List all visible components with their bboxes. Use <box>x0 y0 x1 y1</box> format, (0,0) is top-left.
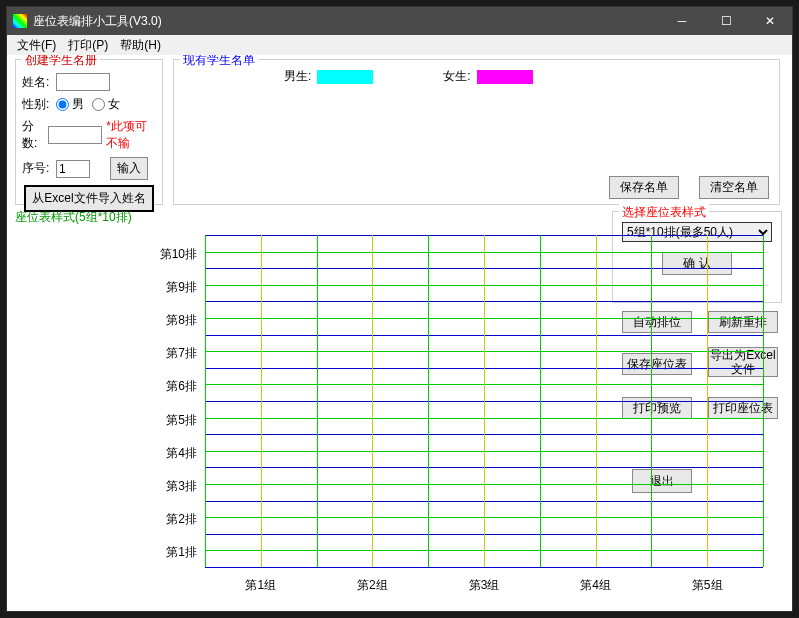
create-roster-box: 创建学生名册 姓名: 性别: 男 女 分数: *此项可不输 序号: 输入 <box>15 59 163 205</box>
close-button[interactable]: ✕ <box>748 7 792 35</box>
menu-help[interactable]: 帮助(H) <box>114 35 167 56</box>
row-label: 第8排 <box>157 312 197 329</box>
menu-file[interactable]: 文件(F) <box>11 35 62 56</box>
name-input[interactable] <box>56 73 110 91</box>
gender-label: 性别: <box>22 96 56 113</box>
row-label: 第7排 <box>157 345 197 362</box>
enter-button[interactable]: 输入 <box>110 157 148 180</box>
row-label: 第10排 <box>157 246 197 263</box>
row-label: 第9排 <box>157 279 197 296</box>
import-excel-button[interactable]: 从Excel文件导入姓名 <box>24 185 153 212</box>
score-input[interactable] <box>48 126 102 144</box>
layout-style-label: 座位表样式(5组*10排) <box>15 209 132 226</box>
row-label: 第2排 <box>157 511 197 528</box>
score-label: 分数: <box>22 118 48 152</box>
seq-label: 序号: <box>22 160 56 177</box>
col-label: 第1组 <box>241 577 281 594</box>
male-color-swatch <box>317 70 373 84</box>
row-label: 第6排 <box>157 378 197 395</box>
maximize-button[interactable]: ☐ <box>704 7 748 35</box>
menu-print[interactable]: 打印(P) <box>62 35 114 56</box>
radio-female-label: 女 <box>108 96 120 113</box>
female-legend-label: 女生: <box>443 68 470 85</box>
save-list-button[interactable]: 保存名单 <box>609 176 679 199</box>
radio-male-label: 男 <box>72 96 84 113</box>
existing-list-title: 现有学生名单 <box>180 55 258 69</box>
window-title: 座位表编排小工具(V3.0) <box>33 13 660 30</box>
seq-input[interactable] <box>56 160 90 178</box>
row-label: 第4排 <box>157 445 197 462</box>
female-color-swatch <box>477 70 533 84</box>
col-label: 第4组 <box>576 577 616 594</box>
style-select-title: 选择座位表样式 <box>619 204 709 221</box>
radio-female[interactable] <box>92 98 105 111</box>
legend-row: 男生: 女生: <box>284 68 634 85</box>
row-label: 第1排 <box>157 544 197 561</box>
minimize-button[interactable]: ─ <box>660 7 704 35</box>
radio-male[interactable] <box>56 98 69 111</box>
seating-chart: 第10排第9排第8排第7排第6排第5排第4排第3排第2排第1排 第1组第2组第3… <box>15 225 785 605</box>
col-label: 第5组 <box>687 577 727 594</box>
row-label: 第5排 <box>157 412 197 429</box>
existing-list-box: 现有学生名单 男生: 女生: 保存名单 清空名单 <box>173 59 780 205</box>
app-icon <box>13 14 27 28</box>
male-legend-label: 男生: <box>284 68 311 85</box>
score-hint: *此项可不输 <box>106 118 156 152</box>
row-label: 第3排 <box>157 478 197 495</box>
create-roster-title: 创建学生名册 <box>22 55 100 69</box>
col-label: 第3组 <box>464 577 504 594</box>
col-label: 第2组 <box>352 577 392 594</box>
name-label: 姓名: <box>22 74 56 91</box>
clear-list-button[interactable]: 清空名单 <box>699 176 769 199</box>
